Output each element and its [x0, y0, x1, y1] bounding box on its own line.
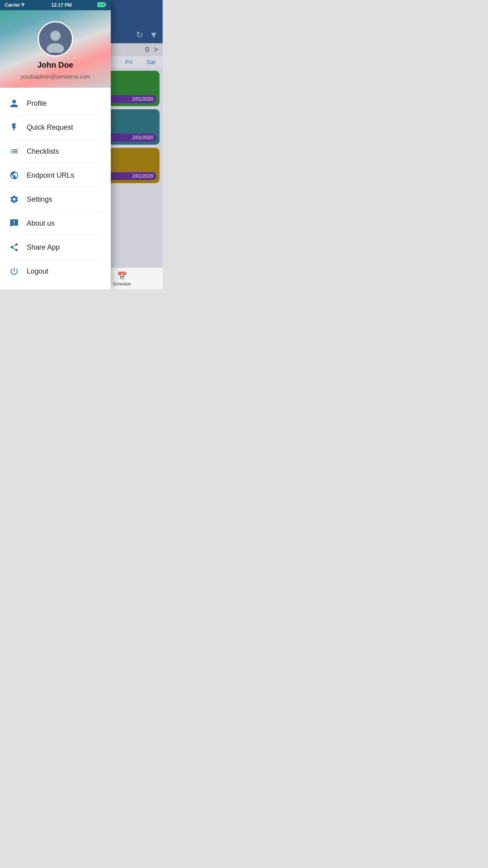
menu-item-checklists[interactable]: Checklists	[0, 140, 111, 163]
menu-label-logout: Logout	[27, 267, 48, 276]
menu-item-share-app[interactable]: Share App	[0, 235, 111, 259]
filter-icon[interactable]: ▼	[149, 30, 158, 40]
menu-item-profile[interactable]: Profile	[0, 92, 111, 115]
footer-tab-sched-label: Schedule	[113, 281, 131, 286]
menu-item-logout[interactable]: Logout	[0, 259, 111, 283]
power-icon	[9, 266, 20, 277]
day-fri: Fri	[122, 59, 136, 65]
status-time: 12:17 PM	[26, 2, 97, 8]
calendar-footer-icon: 📅	[117, 271, 127, 281]
user-name: John Doe	[37, 61, 73, 70]
day-sat: Sat	[144, 59, 158, 65]
person-icon	[9, 98, 20, 109]
svg-point-3	[50, 31, 61, 41]
menu-item-endpoint-urls[interactable]: Endpoint URLs	[0, 164, 111, 187]
menu-label-settings: Settings	[27, 195, 52, 204]
wifi-icon	[20, 3, 26, 7]
globe-icon	[9, 170, 20, 181]
menu-list: Profile Quick Request Checklists Endpoin…	[0, 88, 111, 289]
nav-arrow[interactable]: >	[154, 46, 158, 54]
menu-label-quick-request: Quick Request	[27, 123, 73, 132]
svg-rect-1	[98, 3, 104, 6]
share-icon	[9, 242, 20, 253]
carrier-label: Carrier	[5, 2, 20, 8]
menu-label-endpoint-urls: Endpoint URLs	[27, 171, 74, 180]
menu-item-about-us[interactable]: About us	[0, 211, 111, 235]
svg-rect-2	[105, 4, 106, 6]
gear-icon	[9, 194, 20, 205]
menu-label-checklists: Checklists	[27, 147, 59, 156]
refresh-icon[interactable]: ↻	[136, 30, 143, 40]
list-icon	[9, 146, 20, 157]
avatar	[38, 21, 73, 57]
menu-label-share-app: Share App	[27, 243, 60, 252]
user-email: youdoadmin@senserve.com	[20, 74, 90, 80]
menu-label-profile: Profile	[27, 99, 47, 108]
drawer: Carrier 12:17 PM John Doe youdoadm	[0, 0, 111, 289]
svg-point-4	[47, 43, 64, 53]
chat-icon	[9, 218, 20, 229]
nav-label: 0	[145, 46, 149, 54]
menu-item-quick-request[interactable]: Quick Request	[0, 116, 111, 139]
battery-icon	[97, 2, 106, 8]
menu-label-about-us: About us	[27, 219, 55, 228]
status-bar: Carrier 12:17 PM	[0, 0, 111, 10]
menu-item-settings[interactable]: Settings	[0, 188, 111, 211]
bolt-icon	[9, 122, 20, 133]
profile-header: John Doe youdoadmin@senserve.com	[0, 10, 111, 88]
